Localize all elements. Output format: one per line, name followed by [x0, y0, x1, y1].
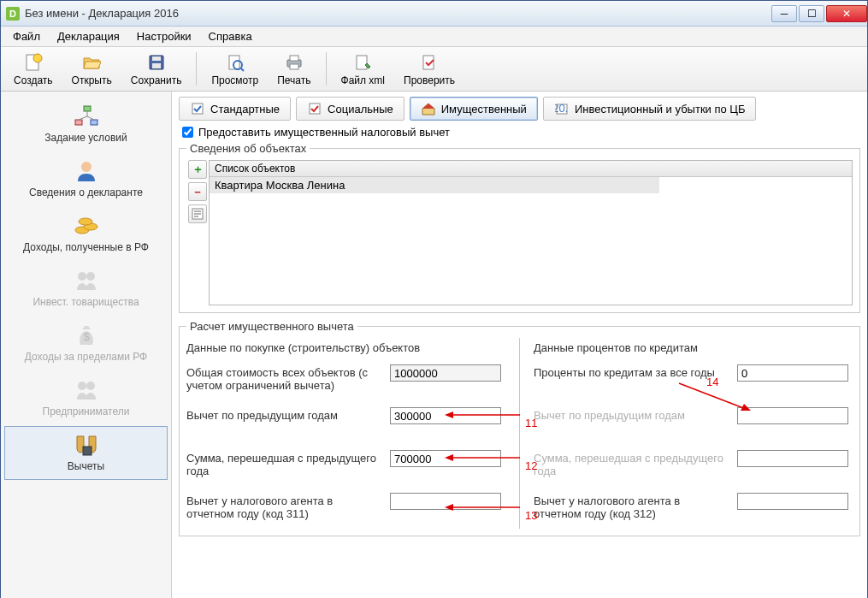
- svg-line-18: [87, 116, 94, 120]
- check-button[interactable]: Проверить: [394, 49, 464, 89]
- money-bag-icon: $: [69, 323, 103, 348]
- check-icon: [419, 52, 440, 73]
- objects-listbox[interactable]: Список объектов Квартира Москва Ленина: [209, 160, 853, 305]
- preview-icon: [225, 52, 245, 73]
- prev-years-right-label: Вычет по предыдущим годам: [534, 407, 730, 422]
- right-column-head: Данные процентов по кредитам: [534, 341, 853, 354]
- svg-line-7: [241, 68, 244, 71]
- menu-help[interactable]: Справка: [202, 27, 259, 45]
- prev-years-right-input[interactable]: [737, 407, 848, 424]
- svg-point-19: [81, 162, 92, 172]
- edit-object-button[interactable]: [188, 204, 207, 223]
- calc-left-column: Данные по покупке (строительству) объект…: [186, 338, 505, 529]
- sidebar: Задание условий Сведения о декларанте До…: [1, 92, 172, 598]
- menu-settings[interactable]: Настройки: [130, 27, 198, 45]
- objects-fieldset: Сведения об объектах ＋ − Список объектов…: [179, 142, 860, 313]
- svg-rect-29: [192, 104, 203, 114]
- svg-rect-15: [91, 120, 97, 125]
- agent-312-label: Вычет у налогового агента в отчетном год…: [534, 493, 730, 520]
- preview-button[interactable]: Просмотр: [202, 49, 268, 89]
- sidebar-item-deductions[interactable]: Вычеты: [4, 426, 168, 480]
- left-column-head: Данные по покупке (строительству) объект…: [186, 341, 505, 354]
- svg-point-27: [86, 382, 95, 390]
- svg-point-23: [78, 272, 86, 281]
- svg-line-17: [79, 116, 87, 120]
- person-icon: [69, 158, 103, 184]
- objects-header: Список объектов: [210, 161, 852, 177]
- calc-right-column: Данные процентов по кредитам Проценты по…: [534, 338, 853, 529]
- calc-fieldset: Расчет имущественного вычета Данные по п…: [179, 320, 860, 536]
- objects-legend: Сведения об объектах: [186, 142, 310, 155]
- sidebar-item-conditions[interactable]: Задание условий: [4, 98, 168, 151]
- partnership-icon: [69, 268, 103, 293]
- agent-312-input[interactable]: [737, 493, 848, 510]
- menu-file[interactable]: Файл: [6, 27, 47, 45]
- prev-years-input[interactable]: [390, 407, 501, 424]
- svg-rect-3: [152, 56, 161, 61]
- svg-point-22: [79, 218, 92, 225]
- create-button[interactable]: Создать: [4, 49, 62, 89]
- toolbar: Создать Открыть Сохранить Просмотр Печат…: [1, 47, 867, 92]
- list-item[interactable]: Квартира Москва Ленина: [210, 177, 659, 193]
- svg-rect-13: [84, 106, 91, 111]
- provide-deduction-checkbox[interactable]: [182, 127, 193, 138]
- sidebar-item-declarant[interactable]: Сведения о декларанте: [4, 152, 168, 206]
- minimize-button[interactable]: ─: [771, 5, 797, 22]
- tab-investment[interactable]: 20.. Инвестиционный и убытки по ЦБ: [543, 97, 757, 121]
- close-button[interactable]: ✕: [826, 5, 867, 22]
- app-icon: D: [6, 7, 20, 21]
- sidebar-item-income-rf[interactable]: Доходы, полученные в РФ: [4, 207, 168, 261]
- printer-icon: [284, 52, 304, 73]
- coins-icon: [69, 213, 103, 239]
- menu-bar: Файл Декларация Настройки Справка: [1, 27, 867, 47]
- svg-rect-9: [290, 56, 298, 61]
- remove-object-button[interactable]: −: [188, 182, 207, 201]
- svg-rect-28: [83, 447, 92, 455]
- svg-point-1: [33, 54, 42, 62]
- carried-input[interactable]: [390, 450, 501, 467]
- open-button[interactable]: Открыть: [62, 49, 121, 89]
- svg-rect-11: [357, 56, 367, 69]
- interest-input[interactable]: [737, 364, 848, 382]
- xml-button[interactable]: Файл xml: [332, 49, 395, 89]
- agent-311-input[interactable]: [390, 493, 501, 510]
- folder-open-icon: [81, 52, 102, 73]
- menu-declaration[interactable]: Декларация: [50, 27, 127, 45]
- carried-right-label: Сумма, перешедшая с предыдущего года: [534, 450, 730, 477]
- svg-point-24: [86, 272, 95, 281]
- calendar-icon: 20..: [554, 101, 570, 116]
- sidebar-item-income-abroad[interactable]: $ Доходы за пределами РФ: [4, 317, 168, 370]
- carried-right-input[interactable]: [737, 450, 848, 467]
- sidebar-item-entrepreneurs[interactable]: Предприниматели: [4, 371, 168, 425]
- app-window: D Без имени - Декларация 2016 ─ ☐ ✕ Файл…: [0, 0, 868, 598]
- interest-label: Проценты по кредитам за все годы: [534, 364, 730, 379]
- svg-rect-4: [152, 63, 161, 68]
- sidebar-item-investment[interactable]: Инвест. товарищества: [4, 262, 168, 316]
- prev-years-label: Вычет по предыдущим годам: [186, 407, 383, 422]
- tab-property[interactable]: Имущественный: [410, 97, 538, 121]
- floppy-icon: [146, 52, 167, 73]
- social-icon: [307, 101, 322, 116]
- svg-text:20..: 20..: [555, 102, 569, 115]
- house-icon: [421, 101, 436, 116]
- maximize-button[interactable]: ☐: [799, 5, 824, 22]
- deduction-tabs: Стандартные Социальные Имущественный 20.…: [179, 97, 860, 121]
- document-new-icon: [23, 52, 44, 73]
- svg-rect-14: [75, 120, 82, 125]
- print-button[interactable]: Печать: [268, 49, 320, 89]
- tab-standard[interactable]: Стандартные: [179, 97, 291, 121]
- provide-deduction-label: Предоставить имущественный налоговый выч…: [198, 126, 450, 139]
- tab-social[interactable]: Социальные: [296, 97, 404, 121]
- title-bar: D Без имени - Декларация 2016 ─ ☐ ✕: [1, 1, 867, 27]
- window-title: Без имени - Декларация 2016: [25, 7, 770, 20]
- svg-rect-10: [290, 64, 298, 69]
- xml-file-icon: [352, 52, 373, 73]
- svg-rect-30: [310, 104, 320, 114]
- total-cost-label: Общая стоимость всех объектов (с учетом …: [186, 364, 383, 392]
- entrepreneurs-icon: [69, 377, 103, 403]
- add-object-button[interactable]: ＋: [188, 160, 207, 179]
- carried-label: Сумма, перешедшая с предыдущего года: [186, 450, 383, 477]
- deductions-icon: [69, 432, 103, 458]
- save-button[interactable]: Сохранить: [121, 49, 192, 89]
- calc-legend: Расчет имущественного вычета: [186, 320, 357, 333]
